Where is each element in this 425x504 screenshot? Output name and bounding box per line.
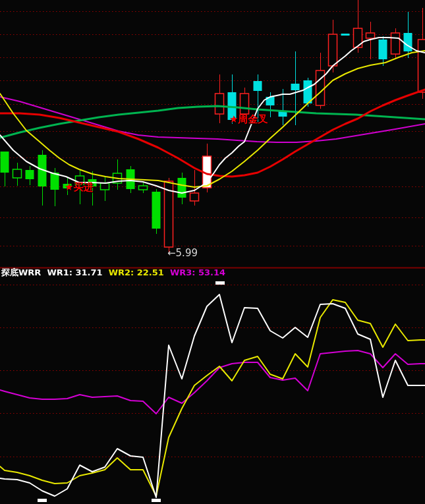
low-price-label: ←5.99 [167, 248, 198, 258]
wrr-indicator-label-row: 探底WRRWR1: 31.71WR2: 22.51WR3: 53.14 [1, 268, 231, 277]
stock-chart-window: ★买进 ★周金叉 ←5.99 探底WRRWR1: 31.71WR2: 22.51… [0, 0, 425, 504]
buy-signal-label: ★买进 [65, 182, 93, 192]
wr3-value: WR3: 53.14 [170, 267, 225, 277]
indicator-title: 探底WRR [1, 267, 41, 277]
wr2-value: WR2: 22.51 [109, 267, 164, 277]
weekly-golden-cross-label: ★周金叉 [229, 115, 268, 125]
candlestick-and-wrr-chart-canvas[interactable] [0, 0, 425, 504]
wr1-value: WR1: 31.71 [47, 267, 102, 277]
